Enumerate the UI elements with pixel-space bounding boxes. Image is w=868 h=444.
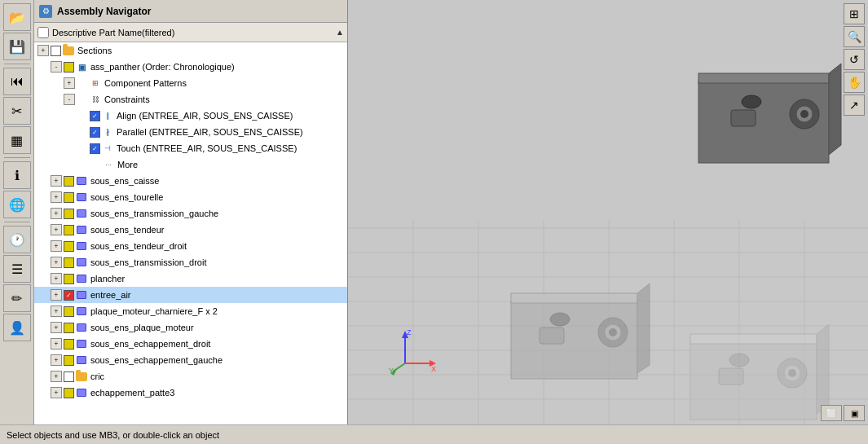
tree-icon-plaque_moteur: [74, 305, 89, 318]
tree-expander-sous_ens_echappement_droit[interactable]: +: [51, 338, 62, 349]
tree-checkbox-sous_ens_echappement_gauche[interactable]: [64, 355, 74, 366]
tree-expander-sous_ens_transmission_droit[interactable]: +: [51, 257, 62, 268]
tree-checkbox-entree_air[interactable]: ✓: [64, 290, 74, 301]
tree-expander-sous_ens_tendeur_droit[interactable]: +: [51, 240, 62, 252]
view-rotate-icon[interactable]: ↺: [844, 49, 865, 70]
tree-item-ass_panther[interactable]: -▣ass_panther (Order: Chronologique): [34, 59, 347, 75]
clock-button[interactable]: 🕐: [3, 226, 31, 253]
tree-item-cric[interactable]: + cric: [34, 368, 347, 385]
tree-expander-sous_ens_echappement_gauche[interactable]: +: [51, 354, 62, 366]
tree-checkbox-echappement_patte3[interactable]: [64, 388, 74, 398]
tree-expander-sous_ens_tourelle[interactable]: +: [51, 191, 62, 203]
info-button[interactable]: ℹ: [3, 161, 31, 189]
tree-icon-echappement_patte3: [74, 386, 89, 399]
tree-item-sous_ens_echappement_droit[interactable]: +sous_ens_echappement_droit: [34, 336, 347, 352]
view-mode-button-1[interactable]: ⬜: [821, 405, 842, 421]
tree-item-echappement_patte3[interactable]: +echappement_patte3: [34, 385, 347, 401]
save-button[interactable]: 💾: [3, 33, 31, 60]
tree-checkbox-cric[interactable]: [64, 371, 74, 382]
tree-checkbox-sous_ens_echappement_droit[interactable]: [64, 339, 74, 349]
tree-item-align[interactable]: ✓∥Align (ENTREE_AIR, SOUS_ENS_CAISSE): [34, 108, 347, 124]
tree-label-parallel: Parallel (ENTREE_AIR, SOUS_ENS_CAISSE): [117, 127, 303, 137]
tree-checkbox-ass_panther[interactable]: [64, 62, 74, 73]
tree-checkbox-align[interactable]: ✓: [90, 111, 100, 121]
tree-icon-touch: ⊣: [100, 142, 115, 155]
tree-checkbox-touch[interactable]: ✓: [90, 143, 100, 154]
tree-checkbox-plancher[interactable]: [64, 274, 74, 284]
tree-expander-sous_ens_transmission_gauche[interactable]: +: [51, 208, 62, 219]
tree-expander-sous_ens_tendeur[interactable]: +: [51, 224, 62, 235]
tree-label-sous_ens_transmission_droit: sous_ens_transmission_droit: [90, 257, 206, 267]
tree-label-sous_ens_echappement_droit: sous_ens_echappement_droit: [90, 339, 210, 349]
tree-item-sous_ens_transmission_droit[interactable]: +sous_ens_transmission_droit: [34, 254, 347, 270]
tree-item-sous_ens_tendeur_droit[interactable]: +sous_ens_tendeur_droit: [34, 238, 347, 254]
tree-item-more[interactable]: ···More: [34, 156, 347, 173]
tree-checkbox-sous_ens_tendeur[interactable]: [64, 225, 74, 235]
tree-item-sous_ens_echappement_gauche[interactable]: +sous_ens_echappement_gauche: [34, 352, 347, 368]
tree-item-sous_ens_transmission_gauche[interactable]: +sous_ens_transmission_gauche: [34, 205, 347, 222]
tree-checkbox-sous_ens_transmission_gauche[interactable]: [64, 209, 74, 219]
tree-item-sous_ens_tendeur[interactable]: +sous_ens_tendeur: [34, 222, 347, 238]
view-zoom-icon[interactable]: 🔍: [844, 26, 865, 47]
tree-checkbox-sous_ens_tourelle[interactable]: [64, 192, 74, 203]
header-checkbox[interactable]: [37, 27, 49, 38]
tree-checkbox-sous_ens_caisse[interactable]: [64, 176, 74, 187]
globe-button[interactable]: 🌐: [3, 191, 31, 218]
tree-item-parallel[interactable]: ✓∦Parallel (ENTREE_AIR, SOUS_ENS_CAISSE): [34, 124, 347, 140]
tree-icon-sous_ens_tendeur: [74, 223, 89, 236]
tree-item-component_patterns[interactable]: +⊞Component Patterns: [34, 75, 347, 91]
list-button[interactable]: ☰: [3, 255, 31, 283]
tree-expander-entree_air[interactable]: +: [51, 289, 62, 301]
tree-icon-cric: [74, 370, 89, 383]
tree-checkbox-sous_ens_tendeur_droit[interactable]: [64, 241, 74, 252]
user-button[interactable]: 👤: [3, 314, 31, 341]
svg-point-37: [788, 369, 796, 377]
tree-item-sous_ens_caisse[interactable]: +sous_ens_caisse: [34, 173, 347, 189]
tree-label-touch: Touch (ENTREE_AIR, SOUS_ENS_CAISSE): [117, 143, 297, 153]
tree-checkbox-sections[interactable]: [51, 46, 61, 56]
column-header[interactable]: Descriptive Part Name(filtered) ▲: [34, 23, 347, 42]
tree-expander-plaque_moteur[interactable]: +: [51, 306, 62, 317]
tree-item-sections[interactable]: + Sections: [34, 42, 347, 59]
tree-item-constraints[interactable]: -⛓Constraints: [34, 91, 347, 108]
layers-button[interactable]: ▦: [3, 126, 31, 154]
tree-expander-constraints[interactable]: -: [64, 94, 75, 105]
tree-checkbox-sous_ens_transmission_droit[interactable]: [64, 257, 74, 268]
tree-checkbox-plaque_moteur[interactable]: [64, 306, 74, 317]
tree-label-sections: Sections: [77, 46, 112, 55]
tree-expander-sous_ens_caisse[interactable]: +: [51, 175, 62, 187]
tree-expander-sous_ens_plaque_moteur[interactable]: +: [51, 322, 62, 333]
tree-label-more: More: [117, 160, 138, 169]
tree-checkbox-parallel[interactable]: ✓: [90, 127, 100, 138]
pen-button[interactable]: ✏: [3, 284, 31, 312]
tree-checkbox-sous_ens_plaque_moteur[interactable]: [64, 323, 74, 333]
open-button[interactable]: 📂: [3, 3, 31, 31]
view-fit-icon[interactable]: ⊞: [844, 3, 865, 24]
tree-item-sous_ens_plaque_moteur[interactable]: +sous_ens_plaque_moteur: [34, 319, 347, 336]
view-select-icon[interactable]: ↗: [844, 95, 865, 116]
tree-item-touch[interactable]: ✓⊣Touch (ENTREE_AIR, SOUS_ENS_CAISSE): [34, 140, 347, 156]
tree-item-entree_air[interactable]: +✓entree_air: [34, 287, 347, 303]
tree-expander-plancher[interactable]: +: [51, 273, 62, 284]
cut-button[interactable]: ✂: [3, 97, 31, 125]
toolbar-divider-2: [4, 157, 30, 158]
3d-viewport[interactable]: ⊞ 🔍 ↺ ✋ ↗ Z X: [348, 0, 868, 424]
tree-item-sous_ens_tourelle[interactable]: +sous_ens_tourelle: [34, 189, 347, 205]
tree-item-plaque_moteur[interactable]: +plaque_moteur_charniere_F x 2: [34, 303, 347, 319]
sort-arrow[interactable]: ▲: [336, 28, 344, 37]
tree-expander-sections[interactable]: +: [37, 45, 49, 56]
tree-expander-cric[interactable]: +: [51, 371, 62, 382]
tree-item-plancher[interactable]: +plancher: [34, 270, 347, 287]
tree-expander-echappement_patte3[interactable]: +: [51, 387, 62, 398]
tree-icon-sous_ens_tendeur_droit: [74, 240, 89, 253]
tree-label-sous_ens_tourelle: sous_ens_tourelle: [90, 192, 163, 202]
tree-expander-ass_panther[interactable]: -: [51, 61, 62, 73]
bottom-right-buttons: ⬜ ▣: [821, 405, 865, 421]
view-pan-icon[interactable]: ✋: [844, 72, 865, 93]
back-button[interactable]: ⏮: [3, 68, 31, 95]
view-mode-button-2[interactable]: ▣: [844, 405, 865, 421]
tree-container[interactable]: + Sections-▣ass_panther (Order: Chronolo…: [34, 42, 347, 433]
view-toolbar: ⊞ 🔍 ↺ ✋ ↗: [840, 0, 868, 119]
tree-label-constraints: Constraints: [104, 95, 150, 104]
tree-expander-component_patterns[interactable]: +: [64, 77, 75, 89]
